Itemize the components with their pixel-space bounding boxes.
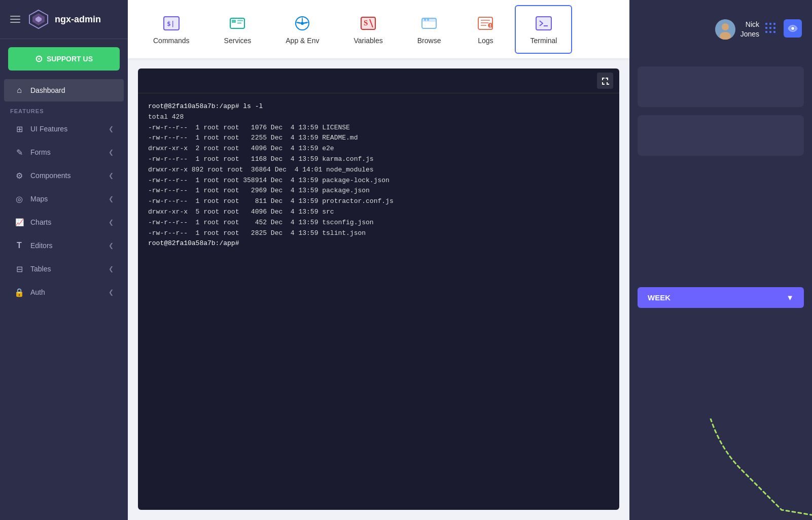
terminal-container: root@82fa10a58a7b:/app# ls -l total 428 … [128,58,629,520]
svg-rect-40 [769,31,771,33]
grid-icon[interactable] [764,22,776,37]
dashboard-icon: ⌂ [14,85,24,95]
chevron-icon: ❮ [109,265,114,272]
tab-app-env-label: App & Env [286,37,319,45]
logs-icon [476,14,495,32]
tab-logs[interactable]: Logs [460,5,511,54]
terminal-header [138,68,619,93]
tab-services[interactable]: Services [209,5,267,54]
right-header: Nick Jones [629,0,812,58]
maps-icon: ◎ [14,194,24,204]
app-title: ngx-admin [55,14,101,25]
chevron-icon: ❮ [109,219,114,226]
svg-rect-34 [769,23,771,25]
chevron-icon: ❮ [109,195,114,202]
svg-point-31 [722,23,729,30]
services-icon [228,14,246,32]
svg-text:S: S [364,19,368,27]
svg-rect-36 [765,27,767,29]
tab-browse-label: Browse [417,37,441,45]
commands-icon: $| [162,14,181,32]
top-toolbar: $| Commands Services [128,0,629,58]
terminal-line-13: root@82fa10a58a7b:/app# [148,238,609,249]
terminal-icon [535,14,553,32]
charts-icon: 📈 [14,217,24,227]
sidebar-item-components[interactable]: ⚙ Components ❮ [4,164,124,187]
terminal-body[interactable]: root@82fa10a58a7b:/app# ls -l total 428 … [138,93,619,510]
card-1 [638,66,804,107]
week-label: WEEK [648,293,670,302]
tab-commands-label: Commands [153,37,190,45]
week-selector-button[interactable]: WEEK ▼ [638,287,804,308]
tables-icon: ⊟ [14,264,24,274]
sidebar-item-charts[interactable]: 📈 Charts ❮ [4,211,124,233]
svg-text:$|: $| [167,20,175,27]
terminal-line-1: total 428 [148,112,609,123]
svg-point-26 [490,26,491,27]
tab-app-env[interactable]: App & Env [270,5,334,54]
tab-terminal-label: Terminal [530,37,557,45]
user-name: Nick Jones [740,20,759,38]
right-panel: Nick Jones WEEK [629,0,812,520]
main-content: $| Commands Services [128,0,629,520]
terminal-line-3: -rw-r--r-- 1 root root 2255 Dec 4 13:59 … [148,133,609,144]
sidebar-item-forms[interactable]: ✎ Forms ❮ [4,141,124,163]
sidebar-header: ngx-admin [0,0,128,39]
terminal-window[interactable]: root@82fa10a58a7b:/app# ls -l total 428 … [138,68,619,510]
sidebar-item-editors[interactable]: T Editors ❮ [4,234,124,257]
svg-point-18 [424,19,426,21]
terminal-line-5: -rw-r--r-- 1 root root 1168 Dec 4 13:59 … [148,154,609,165]
svg-rect-41 [773,31,775,33]
svg-rect-27 [536,17,551,30]
chevron-icon: ❮ [109,242,114,249]
terminal-line-12: -rw-r--r-- 1 root root 2825 Dec 4 13:59 … [148,228,609,239]
chevron-icon: ❮ [109,289,114,296]
svg-rect-9 [237,22,241,24]
terminal-line-7: -rw-r--r-- 1 root root 358914 Dec 4 13:5… [148,176,609,186]
hamburger-menu[interactable] [8,14,22,25]
terminal-expand-button[interactable] [597,73,613,89]
sidebar-item-dashboard[interactable]: ⌂ Dashboard [4,79,124,101]
ui-features-icon: ⊞ [14,124,24,134]
tab-commands[interactable]: $| Commands [138,5,205,54]
chart-area [629,316,812,521]
sidebar-item-ui-features[interactable]: ⊞ UI Features ❮ [4,118,124,140]
chevron-icon: ❮ [109,172,114,179]
tab-variables-label: Variables [354,37,382,45]
dropdown-chevron: ▼ [786,293,794,302]
terminal-line-0: root@82fa10a58a7b:/app# ls -l [148,101,609,112]
tab-services-label: Services [224,37,252,45]
app-env-icon [293,14,311,32]
terminal-line-9: -rw-r--r-- 1 root root 811 Dec 4 13:59 p… [148,196,609,207]
sidebar-item-auth[interactable]: 🔒 Auth ❮ [4,281,124,303]
tab-logs-label: Logs [478,37,493,45]
svg-point-19 [427,19,429,21]
browse-icon [420,14,438,32]
tab-browse[interactable]: Browse [402,5,456,54]
terminal-line-10: drwxr-xr-x 5 root root 4096 Dec 4 13:59 … [148,207,609,218]
right-cards [629,58,812,279]
svg-rect-35 [773,23,775,25]
variables-icon: S [359,14,377,32]
svg-rect-37 [769,27,771,29]
chevron-icon: ❮ [109,125,114,132]
terminal-line-2: -rw-r--r-- 1 root root 1076 Dec 4 13:59 … [148,123,609,133]
tab-terminal[interactable]: Terminal [515,5,572,54]
github-icon: ⊙ [35,53,43,64]
support-button[interactable]: ⊙ SUPPORT US [8,47,120,71]
sidebar: ngx-admin ⊙ SUPPORT US ⌂ Dashboard FEATU… [0,0,128,520]
auth-icon: 🔒 [14,287,24,297]
gear-icon [788,23,798,33]
tab-variables[interactable]: S Variables [338,5,398,54]
settings-button[interactable] [784,19,802,38]
forms-icon: ✎ [14,147,24,157]
card-2 [638,115,804,156]
chevron-icon: ❮ [109,149,114,156]
sidebar-item-maps[interactable]: ◎ Maps ❮ [4,188,124,210]
sidebar-item-tables[interactable]: ⊟ Tables ❮ [4,258,124,280]
svg-point-11 [301,22,304,25]
editors-icon: T [14,240,24,251]
terminal-line-8: -rw-r--r-- 1 root root 2969 Dec 4 13:59 … [148,186,609,196]
svg-rect-39 [765,31,767,33]
svg-rect-38 [773,27,775,29]
